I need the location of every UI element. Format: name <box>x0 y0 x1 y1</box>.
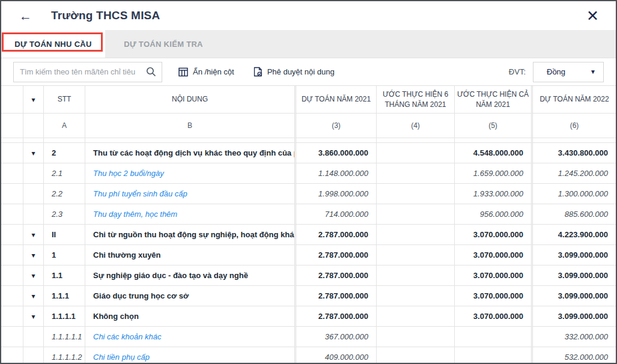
table-row: ▾ II Chi từ nguồn thu hoạt động sự nghiệ… <box>1 225 616 245</box>
row-du-toan-2021: 2.787.000.000 <box>296 306 377 327</box>
table-row: ▾ 1.1.1 Giáo dục trung học cơ sở 2.787.0… <box>1 286 616 306</box>
row-arrow-cell: ▾ <box>23 306 44 327</box>
row-content: Không chọn <box>85 306 296 327</box>
table-row: ▾ 2 Thu từ các hoạt động dịch vụ khác th… <box>1 143 616 163</box>
row-uoc-th-ca-nam <box>455 347 533 363</box>
table-subheader-row: A B (3) (4) (5) (6) <box>1 114 616 138</box>
row-du-toan-2022: 3.430.800.000 <box>533 143 616 163</box>
row-stt: 1.1.1.1.2 <box>44 347 85 363</box>
row-du-toan-2021: 2.787.000.000 <box>296 265 377 286</box>
tab-du-toan-nhu-cau[interactable]: DỰ TOÁN NHU CẦU <box>1 30 105 58</box>
row-du-toan-2022: 885.600.000 <box>533 204 616 225</box>
row-uoc-th-6-thang <box>377 347 455 363</box>
row-arrow-cell: ▾ <box>23 265 44 286</box>
row-spacer-cell <box>1 306 23 327</box>
column-header-stt: STT <box>44 86 85 114</box>
modal-window: ← Trường THCS MISA ✕ DỰ TOÁN NHU CẦU DỰ … <box>0 0 617 364</box>
expand-row-icon[interactable]: ▾ <box>31 231 35 238</box>
row-arrow-cell: ▾ <box>23 143 44 163</box>
row-spacer-cell <box>1 265 23 286</box>
row-stt: 1.1.1 <box>44 286 85 306</box>
tab-bar: DỰ TOÁN NHU CẦU DỰ TOÁN KIỂM TRA <box>1 30 616 58</box>
subheader-arrow-cell <box>23 114 44 138</box>
row-content: Chi thường xuyên <box>85 245 296 265</box>
row-stt: 1.1.1.1.1 <box>44 327 85 347</box>
expand-row-icon[interactable]: ▾ <box>31 313 35 320</box>
row-spacer-cell <box>1 143 23 163</box>
row-uoc-th-ca-nam: 3.070.000.000 <box>455 306 533 327</box>
columns-table-icon <box>178 67 188 77</box>
table-row: 1.1.1.1.1 Chi các khoản khác 367.000.000… <box>1 327 616 347</box>
row-content[interactable]: Thu dạy thêm, học thêm <box>85 204 296 225</box>
search-box <box>13 62 162 82</box>
row-arrow-cell <box>23 204 44 225</box>
row-uoc-th-ca-nam: 1.659.000.000 <box>455 163 533 184</box>
subheader-c6: (6) <box>533 114 616 138</box>
row-stt: 2.2 <box>44 184 85 204</box>
row-content[interactable]: Chi tiền phụ cấp <box>85 347 296 363</box>
row-uoc-th-6-thang <box>377 225 455 245</box>
row-content[interactable]: Thu phí tuyển sinh đầu cấp <box>85 184 296 204</box>
row-stt: II <box>44 225 85 245</box>
document-check-icon <box>254 67 263 77</box>
header-arrow-cell: ▾ <box>23 86 44 114</box>
row-arrow-cell <box>23 184 44 204</box>
row-uoc-th-6-thang <box>377 163 455 184</box>
unit-label: ĐVT: <box>509 67 526 76</box>
search-icon[interactable] <box>146 67 156 77</box>
row-uoc-th-6-thang <box>377 204 455 225</box>
row-spacer-cell <box>1 225 23 245</box>
column-header-du-toan-2021: DỰ TOÁN NĂM 2021 <box>296 86 377 114</box>
expand-row-icon[interactable]: ▾ <box>31 150 35 157</box>
row-uoc-th-6-thang <box>377 306 455 327</box>
row-uoc-th-6-thang <box>377 327 455 347</box>
unit-select-value: Đồng <box>547 67 573 76</box>
row-content[interactable]: Chi các khoản khác <box>85 327 296 347</box>
expand-row-icon[interactable]: ▾ <box>31 293 35 300</box>
row-spacer-cell <box>1 245 23 265</box>
approve-content-button[interactable]: Phê duyệt nội dung <box>254 67 335 77</box>
hide-show-columns-button[interactable]: Ẩn /hiện cột <box>178 67 234 77</box>
row-uoc-th-ca-nam: 4.548.000.000 <box>455 143 533 163</box>
expand-all-icon[interactable]: ▾ <box>31 96 35 103</box>
header-spacer-cell <box>1 86 23 114</box>
unit-select[interactable]: Đồng ▼ <box>533 62 604 82</box>
row-spacer-cell <box>1 184 23 204</box>
table-row: ▾ 1 Chi thường xuyên 2.787.000.000 3.070… <box>1 245 616 265</box>
row-arrow-cell: ▾ <box>23 225 44 245</box>
row-uoc-th-ca-nam: 1.933.000.000 <box>455 184 533 204</box>
row-du-toan-2022: 1.300.000.000 <box>533 184 616 204</box>
row-uoc-th-ca-nam: 3.070.000.000 <box>455 225 533 245</box>
row-uoc-th-6-thang <box>377 245 455 265</box>
row-du-toan-2022: 1.245.200.000 <box>533 163 616 184</box>
row-content: Sự nghiệp giáo dục - đào tạo và dạy nghề <box>85 265 296 286</box>
row-uoc-th-ca-nam: 3.070.000.000 <box>455 245 533 265</box>
close-icon[interactable]: ✕ <box>586 8 599 23</box>
row-du-toan-2022: 3.099.000.000 <box>533 245 616 265</box>
column-header-uoc-th-6-thang: ƯỚC THỰC HIỆN 6 THÁNG NĂM 2021 <box>377 86 455 114</box>
subheader-c3: (3) <box>296 114 377 138</box>
row-stt: 1.1 <box>44 265 85 286</box>
tab-du-toan-kiem-tra[interactable]: DỰ TOÁN KIỂM TRA <box>105 30 222 58</box>
row-stt: 2.1 <box>44 163 85 184</box>
row-content: Chi từ nguồn thu hoạt động sự nghiệp, ho… <box>85 225 296 245</box>
row-spacer-cell <box>1 204 23 225</box>
search-input[interactable] <box>14 67 146 76</box>
row-content[interactable]: Thu học 2 buổi/ngày <box>85 163 296 184</box>
expand-row-icon[interactable]: ▾ <box>31 252 35 259</box>
row-uoc-th-6-thang <box>377 265 455 286</box>
row-arrow-cell <box>23 347 44 363</box>
table-row: ▾ 1.1 Sự nghiệp giáo dục - đào tạo và dạ… <box>1 265 616 286</box>
unit-group: ĐVT: Đồng ▼ <box>509 62 604 82</box>
approve-content-label: Phê duyệt nội dung <box>267 67 335 76</box>
table-row: 1.1.1.1.2 Chi tiền phụ cấp 409.000.000 5… <box>1 347 616 363</box>
back-arrow-icon[interactable]: ← <box>19 10 32 22</box>
column-header-du-toan-2022: DỰ TOÁN NĂM 2022 <box>533 86 616 114</box>
subheader-c5: (5) <box>455 114 533 138</box>
expand-row-icon[interactable]: ▾ <box>31 272 35 279</box>
table-row: ▾ 1.1.1.1 Không chọn 2.787.000.000 3.070… <box>1 306 616 327</box>
row-du-toan-2022: 3.099.000.000 <box>533 286 616 306</box>
subheader-c4: (4) <box>377 114 455 138</box>
row-arrow-cell: ▾ <box>23 245 44 265</box>
row-du-toan-2022: 4.223.900.000 <box>533 225 616 245</box>
